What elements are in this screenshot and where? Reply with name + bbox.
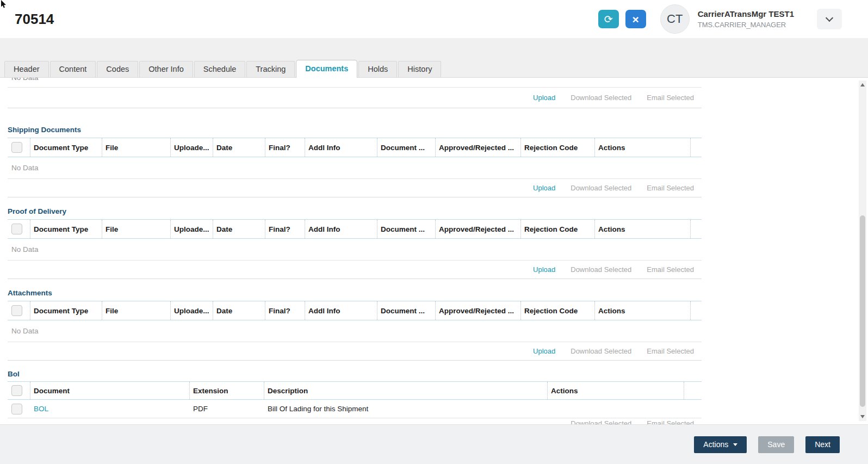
mouse-pointer-icon xyxy=(1,0,7,9)
bol-table: Document Extension Description Actions B… xyxy=(8,381,702,424)
table-footer: Upload Download Selected Email Selected xyxy=(8,261,702,279)
email-selected-link: Email Selected xyxy=(647,347,694,355)
user-info: CarrierATransMgr TEST1 TMS.CARRIER_MANAG… xyxy=(698,9,794,29)
documents-panel: No Data Upload Download Selected Email S… xyxy=(0,78,868,424)
email-selected-link: Email Selected xyxy=(647,265,694,274)
col-actions: Actions xyxy=(595,220,691,238)
col-file: File xyxy=(102,138,171,157)
col-document: Document ... xyxy=(377,301,436,320)
col-addl-info: Addl Info xyxy=(305,138,377,157)
upload-link[interactable]: Upload xyxy=(533,347,555,355)
col-rejection-code: Rejection Code xyxy=(521,220,595,238)
avatar-initials: CT xyxy=(667,12,683,26)
col-spacer xyxy=(691,220,702,238)
save-button[interactable]: Save xyxy=(758,436,794,453)
select-all-checkbox[interactable] xyxy=(11,224,22,234)
bol-document-link[interactable]: BOL xyxy=(34,405,48,413)
col-rejection-code: Rejection Code xyxy=(521,301,595,320)
col-description: Description xyxy=(264,382,548,399)
col-date: Date xyxy=(213,138,265,157)
col-uploaded: Uploade... xyxy=(171,220,213,238)
upload-link[interactable]: Upload xyxy=(533,94,555,102)
tab-documents[interactable]: Documents xyxy=(296,60,357,78)
tab-codes[interactable]: Codes xyxy=(97,61,138,77)
refresh-icon: ⟳ xyxy=(604,13,613,26)
col-spacer xyxy=(691,301,702,320)
col-document-type: Document Type xyxy=(30,301,102,320)
checkbox-column-header xyxy=(8,138,30,157)
tab-header[interactable]: Header xyxy=(4,61,49,77)
user-menu-button[interactable] xyxy=(817,9,842,29)
close-button[interactable]: × xyxy=(625,10,646,28)
proof-of-delivery-table: Document Type File Uploade... Date Final… xyxy=(8,219,702,279)
col-document: Document ... xyxy=(377,220,436,238)
col-file: File xyxy=(102,301,171,320)
col-final: Final? xyxy=(265,220,305,238)
tab-history[interactable]: History xyxy=(398,61,441,77)
row-checkbox-cell xyxy=(8,404,30,414)
select-all-checkbox[interactable] xyxy=(11,385,22,396)
scroll-down-arrow-icon[interactable] xyxy=(860,415,865,418)
download-selected-link: Download Selected xyxy=(571,94,631,102)
col-file: File xyxy=(102,220,171,238)
col-approved-rejected: Approved/Rejected ... xyxy=(436,301,521,320)
col-uploaded: Uploade... xyxy=(171,138,213,157)
action-bar: Actions Save Next xyxy=(0,424,868,464)
checkbox-column-header xyxy=(8,301,30,320)
col-document-type: Document Type xyxy=(30,220,102,238)
checkbox-column-header xyxy=(8,220,30,238)
tab-tracking[interactable]: Tracking xyxy=(246,61,295,77)
email-selected-link: Email Selected xyxy=(647,94,694,102)
actions-button[interactable]: Actions xyxy=(694,436,747,453)
table-header-row: Document Extension Description Actions xyxy=(8,381,702,400)
col-document: Document ... xyxy=(377,138,436,157)
top-bar: 70514 ⟳ × CT CarrierATransMgr TEST1 TMS.… xyxy=(0,0,868,38)
no-data-label: No Data xyxy=(8,327,39,335)
select-all-checkbox[interactable] xyxy=(11,142,22,153)
no-data-label: No Data xyxy=(8,164,39,172)
no-data-label: No Data xyxy=(11,78,39,82)
col-date: Date xyxy=(213,301,265,320)
user-name: CarrierATransMgr TEST1 xyxy=(698,9,794,18)
col-uploaded: Uploade... xyxy=(171,301,213,320)
col-date: Date xyxy=(213,220,265,238)
upload-link[interactable]: Upload xyxy=(533,265,555,274)
upload-link[interactable]: Upload xyxy=(533,184,555,192)
attachments-table: Document Type File Uploade... Date Final… xyxy=(8,301,702,361)
col-extension: Extension xyxy=(190,382,264,399)
bol-description-cell: Bill Of Lading for this Shipment xyxy=(264,405,548,413)
col-final: Final? xyxy=(265,138,305,157)
table-header-row: Document Type File Uploade... Date Final… xyxy=(8,219,702,239)
chevron-down-icon xyxy=(826,14,833,21)
tab-other-info[interactable]: Other Info xyxy=(139,61,193,77)
table-footer: Upload Download Selected Email Selected xyxy=(8,342,702,361)
section-title-attachments: Attachments xyxy=(8,284,702,301)
col-addl-info: Addl Info xyxy=(305,301,377,320)
section-title-proof-of-delivery: Proof of Delivery xyxy=(8,203,702,219)
next-button[interactable]: Next xyxy=(805,436,840,453)
col-final: Final? xyxy=(265,301,305,320)
tab-content[interactable]: Content xyxy=(50,61,96,77)
col-spacer xyxy=(691,138,702,157)
select-all-checkbox[interactable] xyxy=(11,305,22,316)
vertical-scrollbar[interactable] xyxy=(859,81,866,421)
download-selected-link: Download Selected xyxy=(571,419,631,424)
caret-down-icon xyxy=(733,443,737,446)
scrollbar-thumb[interactable] xyxy=(860,215,865,407)
no-data-row: No Data xyxy=(8,157,702,179)
download-selected-link: Download Selected xyxy=(571,347,631,355)
col-actions: Actions xyxy=(595,301,691,320)
download-selected-link: Download Selected xyxy=(571,265,631,274)
col-document: Document xyxy=(30,382,190,399)
tab-schedule[interactable]: Schedule xyxy=(194,61,245,77)
actions-button-label: Actions xyxy=(703,440,728,449)
row-checkbox[interactable] xyxy=(11,404,22,414)
scroll-up-arrow-icon[interactable] xyxy=(860,83,865,86)
refresh-button[interactable]: ⟳ xyxy=(598,10,619,28)
page-title: 70514 xyxy=(15,11,54,28)
table-header-row: Document Type File Uploade... Date Final… xyxy=(8,301,702,320)
tab-holds[interactable]: Holds xyxy=(358,61,397,77)
bol-extension-cell: PDF xyxy=(190,405,264,413)
col-approved-rejected: Approved/Rejected ... xyxy=(436,138,521,157)
col-spacer xyxy=(684,382,702,399)
